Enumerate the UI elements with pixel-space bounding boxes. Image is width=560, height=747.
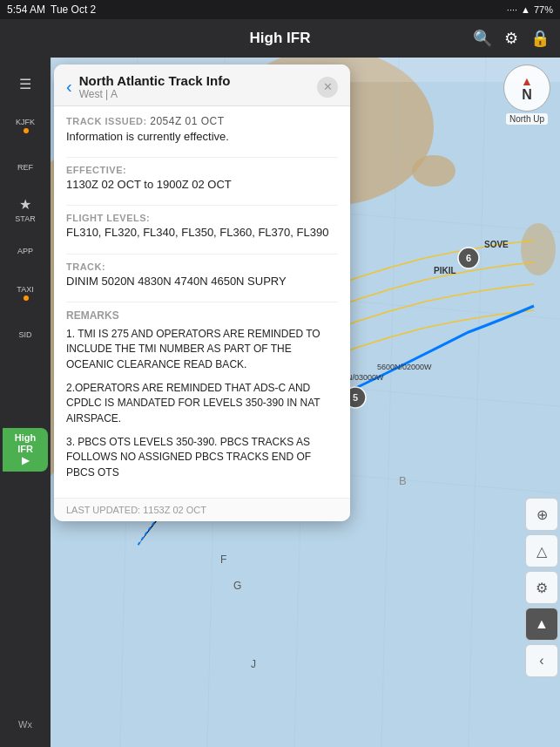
app-label: APP [17,247,33,255]
battery-level: 77% [534,4,553,15]
layers-button[interactable]: ▲ [525,608,558,641]
star-label: STAR [15,214,35,223]
svg-text:SOVE: SOVE [484,240,509,249]
search-icon[interactable]: 🔍 [473,29,492,48]
last-updated-label: LAST UPDATED: [66,505,140,515]
kjfk-label: KJFK [16,118,35,126]
status-day: Tue Oct 2 [51,3,96,16]
chevron-button[interactable]: ‹ [525,644,558,677]
svg-text:J: J [251,658,256,670]
sidebar-item-kjfk[interactable]: KJFK [3,106,48,145]
panel-back-button[interactable]: ‹ [66,77,72,97]
panel-title-wrap: North Atlantic Track Info West | A [79,73,310,100]
remark-3: 3. PBCS OTS LEVELS 350-390. PBCS TRACKS … [66,435,338,480]
gear-button[interactable]: ⚙ [525,571,558,604]
svg-text:G: G [233,580,241,592]
track-issued-label: TRACK ISSUED: 2054Z 01 OCT [66,115,338,127]
top-nav-bar: High IFR 🔍 ⚙ 🔒 [0,19,560,58]
svg-text:5600N/02000W: 5600N/02000W [377,363,432,371]
flight-levels-label: FLIGHT LEVELS: [66,213,338,223]
nav-title: High IFR [250,30,311,47]
compass-n: N [522,88,532,102]
sidebar-item-star[interactable]: ★ STAR [3,190,48,228]
wifi-icon: ▲ [521,4,530,15]
divider-4 [66,302,338,302]
compass-arrow: ▲ [521,74,533,88]
svg-text:6: 6 [466,253,471,263]
svg-text:5: 5 [353,392,358,403]
sidebar-item-sid[interactable]: SID [3,316,48,354]
settings-icon[interactable]: ⚙ [504,29,518,48]
panel-subtitle: West | A [79,88,310,100]
track-section: TRACK: DINIM 5020N 4830N 4740N 4650N SUP… [66,261,338,289]
layers-icon: ☰ [19,76,31,92]
track-issued-section: TRACK ISSUED: 2054Z 01 OCT Information i… [66,115,338,145]
status-bar: 5:54 AM Tue Oct 2 ···· ▲ 77% [0,0,560,19]
effective-label: EFFECTIVE: [66,165,338,175]
svg-point-2 [412,155,455,187]
kjfk-dot [24,128,29,133]
last-updated-value: 1153Z 02 OCT [143,505,206,515]
lock-icon[interactable]: 🔒 [530,29,550,48]
star-icon: ★ [19,196,31,213]
info-panel: ‹ North Atlantic Track Info West | A ✕ T… [54,65,350,521]
badge-arrow: ▶ [22,455,29,466]
left-sidebar: ☰ KJFK REF ★ STAR APP TAXI SID High IFR … [0,58,51,747]
target-icon: ⊕ [536,506,548,523]
gear-icon: ⚙ [536,580,548,596]
svg-text:B: B [399,474,407,487]
svg-text:F: F [220,553,226,566]
north-up-compass[interactable]: ▲ N North Up [501,65,553,126]
triangle-icon: △ [536,543,547,560]
info-panel-footer: LAST UPDATED: 1153Z 02 OCT [54,498,350,521]
target-button[interactable]: ⊕ [525,498,558,531]
divider-1 [66,157,338,158]
ref-label: REF [17,163,33,172]
flight-levels-section: FLIGHT LEVELS: FL310, FL320, FL340, FL35… [66,213,338,241]
map-area[interactable]: 3 4 5 6 A › B SOVE PIKIL 5600N/02000W 55… [51,58,560,747]
sidebar-item-layers[interactable]: ☰ [3,65,48,103]
effective-section: EFFECTIVE: 1130Z 02 OCT to 1900Z 02 OCT [66,165,338,193]
track-value: DINIM 5020N 4830N 4740N 4650N SUPRY [66,274,338,289]
north-up-label: North Up [506,113,548,125]
triangle-button[interactable]: △ [525,534,558,567]
svg-text:PIKIL: PIKIL [434,266,456,275]
high-label: High [15,432,36,444]
sidebar-item-taxi[interactable]: TAXI [3,274,48,312]
divider-3 [66,254,338,255]
compass-circle: ▲ N [503,65,550,112]
remarks-title: REMARKS [66,309,338,322]
taxi-label: TAXI [17,285,33,294]
right-tools: ⊕ △ ⚙ ▲ ‹ [523,498,560,677]
ifr-label: IFR [17,444,33,455]
sid-label: SID [18,330,31,339]
info-panel-body[interactable]: TRACK ISSUED: 2054Z 01 OCT Information i… [54,106,350,498]
high-ifr-badge[interactable]: High IFR ▶ [3,428,48,472]
remark-2: 2.OPERATORS ARE REMINDED THAT ADS-C AND … [66,381,338,426]
sidebar-item-ref[interactable]: REF [3,148,48,187]
wx-label[interactable]: Wx [0,719,51,730]
layers-icon2: ▲ [535,616,549,632]
sidebar-item-app[interactable]: APP [3,232,48,270]
flight-levels-value: FL310, FL320, FL340, FL350, FL360, FL370… [66,225,338,241]
chevron-icon: ‹ [539,653,543,669]
panel-close-button[interactable]: ✕ [317,77,338,98]
remark-1: 1. TMI IS 275 AND OPERATORS ARE REMINDED… [66,327,338,372]
track-label: TRACK: [66,261,338,272]
status-time: 5:54 AM [7,3,45,16]
panel-title: North Atlantic Track Info [79,73,310,88]
taxi-dot [24,295,29,301]
info-panel-header: ‹ North Atlantic Track Info West | A ✕ [54,65,350,106]
track-status-value: Information is currently effective. [66,129,338,145]
signal-icon: ···· [507,4,517,15]
effective-value: 1130Z 02 OCT to 1900Z 02 OCT [66,177,338,193]
divider-2 [66,205,338,206]
